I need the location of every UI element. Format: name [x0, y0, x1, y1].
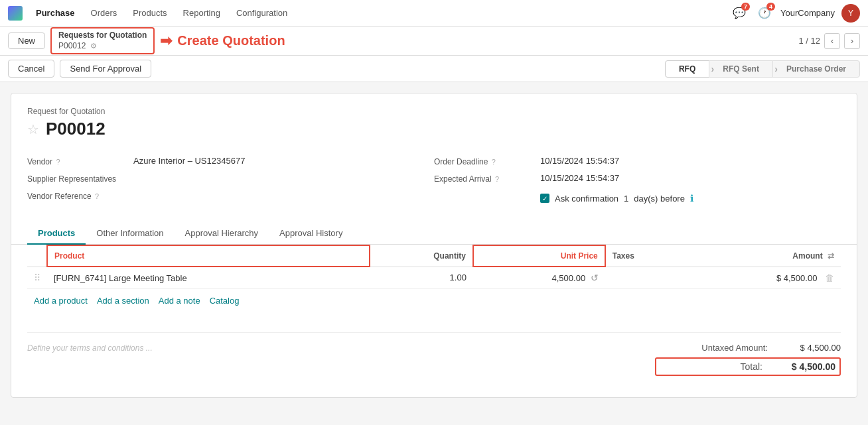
- form-title-row: ☆ P00012: [27, 119, 841, 139]
- breadcrumb-title[interactable]: Requests for Quotation: [58, 30, 147, 41]
- untaxed-label: Untaxed Amount:: [701, 343, 768, 353]
- gear-icon[interactable]: ⚙: [90, 42, 97, 50]
- app-logo: [8, 6, 23, 21]
- status-rfq-sent[interactable]: RFQ Sent ›: [709, 60, 773, 78]
- order-deadline-help-icon[interactable]: ?: [492, 158, 496, 166]
- prev-record-btn[interactable]: ‹: [824, 33, 840, 49]
- clock-btn[interactable]: 🕐 4: [755, 4, 774, 23]
- breadcrumb-box: Requests for Quotation P00012 ⚙: [50, 27, 155, 54]
- tab-products[interactable]: Products: [27, 223, 86, 245]
- arrow-icon: ➡: [160, 32, 172, 50]
- user-avatar[interactable]: Y: [841, 4, 860, 23]
- vendor-help-icon[interactable]: ?: [56, 158, 60, 166]
- row-quantity[interactable]: 1.00: [370, 267, 473, 289]
- total-label: Total:: [741, 361, 762, 372]
- th-amount: Amount ⇄: [684, 245, 841, 267]
- confirmation-row: ✓ Ask confirmation 1 day(s) before ℹ: [540, 190, 693, 206]
- next-record-btn[interactable]: ›: [844, 33, 860, 49]
- table-header-row: Product Quantity Unit Price Taxes Amount…: [27, 245, 841, 267]
- th-product: Product: [47, 245, 370, 267]
- status-purchase-order[interactable]: Purchase Order: [772, 60, 860, 78]
- form-card: Request for Quotation ☆ P00012 Vendor ? …: [11, 93, 857, 398]
- days-before-label: day(s) before: [634, 194, 685, 204]
- tab-approval-hierarchy[interactable]: Approval Hierarchy: [175, 223, 269, 245]
- notifications-btn[interactable]: 💬 7: [730, 4, 749, 23]
- row-amount: $ 4,500.00 🗑: [684, 267, 841, 289]
- table-row: ⠿ [FURN_6741] Large Meeting Table 1.00 4…: [27, 267, 841, 289]
- ask-confirmation-spacer: [434, 190, 540, 192]
- top-nav: Purchase Orders Products Reporting Confi…: [0, 0, 868, 27]
- expected-arrival-label: Expected Arrival ?: [434, 173, 540, 184]
- vendor-ref-help-icon[interactable]: ?: [95, 192, 99, 200]
- vendor-value[interactable]: Azure Interior – US12345677: [133, 156, 434, 166]
- new-button[interactable]: New: [8, 32, 45, 49]
- th-taxes: Taxes: [605, 245, 684, 267]
- delete-row-icon[interactable]: 🗑: [825, 273, 834, 283]
- breadcrumb-bar: New Requests for Quotation P00012 ⚙ ➡ Cr…: [0, 27, 868, 56]
- nav-products[interactable]: Products: [126, 5, 173, 21]
- drag-handle-icon[interactable]: ⠿: [34, 273, 40, 283]
- order-deadline-value[interactable]: 10/15/2024 15:54:37: [540, 156, 841, 166]
- company-name[interactable]: YourCompany: [780, 8, 835, 18]
- supplier-rep-label: Supplier Representatives: [27, 173, 133, 184]
- status-rfq[interactable]: RFQ ›: [665, 60, 709, 78]
- breadcrumb-right: 1 / 12 ‹ ›: [798, 33, 860, 49]
- supplier-rep-row: Supplier Representatives: [27, 170, 434, 187]
- totals-area: Untaxed Amount: $ 4,500.00 Total: $ 4,50…: [655, 333, 841, 384]
- order-deadline-label: Order Deadline ?: [434, 156, 540, 166]
- form-id: P00012: [46, 119, 106, 139]
- expected-arrival-help-icon[interactable]: ?: [495, 175, 499, 183]
- favorite-star-icon[interactable]: ☆: [27, 121, 39, 137]
- row-drag-handle[interactable]: ⠿: [27, 267, 47, 289]
- total-value: $ 4,500.00: [776, 361, 835, 372]
- main-content: Request for Quotation ☆ P00012 Vendor ? …: [0, 82, 868, 408]
- expected-arrival-value[interactable]: 10/15/2024 15:54:37: [540, 173, 841, 183]
- status-arrow-2: ›: [774, 64, 778, 74]
- add-product-link[interactable]: Add a product: [34, 296, 88, 306]
- nav-right: 💬 7 🕐 4 YourCompany Y: [730, 4, 860, 23]
- columns-settings-icon[interactable]: ⇄: [828, 251, 834, 261]
- send-for-approval-button[interactable]: Send For Approval: [60, 60, 151, 78]
- catalog-link[interactable]: Catalog: [210, 296, 240, 306]
- nav-purchase[interactable]: Purchase: [29, 5, 82, 21]
- total-row: Total: $ 4,500.00: [655, 357, 841, 376]
- tab-approval-history[interactable]: Approval History: [269, 223, 353, 245]
- cancel-button[interactable]: Cancel: [8, 60, 54, 78]
- th-drag: [27, 245, 47, 267]
- status-bar: RFQ › RFQ Sent › Purchase Order: [665, 60, 860, 78]
- add-section-link[interactable]: Add a section: [97, 296, 149, 306]
- row-unit-price[interactable]: 4,500.00 ↺: [473, 267, 605, 289]
- untaxed-row: Untaxed Amount: $ 4,500.00: [655, 341, 841, 355]
- terms-area[interactable]: Define your terms and conditions ...: [27, 333, 655, 384]
- right-fields: Order Deadline ? 10/15/2024 15:54:37 Exp…: [434, 152, 841, 210]
- row-product[interactable]: [FURN_6741] Large Meeting Table: [47, 267, 370, 289]
- ask-confirmation-row: ✓ Ask confirmation 1 day(s) before ℹ: [434, 187, 841, 210]
- ask-confirmation-days[interactable]: 1: [624, 194, 628, 204]
- vendor-label: Vendor ?: [27, 156, 133, 166]
- add-row-links: Add a product Add a section Add a note C…: [27, 289, 841, 312]
- ask-confirmation-label: Ask confirmation: [555, 194, 618, 204]
- footer-section: Define your terms and conditions ... Unt…: [27, 333, 841, 384]
- nav-reporting[interactable]: Reporting: [177, 5, 227, 21]
- vendor-ref-row: Vendor Reference ?: [27, 187, 434, 204]
- status-arrow-1: ›: [711, 64, 715, 74]
- create-quotation-label: Create Quotation: [177, 33, 285, 48]
- reset-price-icon[interactable]: ↺: [591, 273, 599, 283]
- info-icon[interactable]: ℹ: [690, 193, 693, 204]
- th-quantity: Quantity: [370, 245, 473, 267]
- form-subtitle: Request for Quotation: [27, 107, 841, 116]
- spacer: [27, 312, 841, 332]
- expected-arrival-row: Expected Arrival ? 10/15/2024 15:54:37: [434, 170, 841, 187]
- pagination-text: 1 / 12: [798, 36, 820, 46]
- untaxed-value: $ 4,500.00: [781, 343, 841, 353]
- nav-orders[interactable]: Orders: [84, 5, 124, 21]
- add-note-link[interactable]: Add a note: [159, 296, 200, 306]
- ask-confirmation-checkbox[interactable]: ✓: [540, 194, 549, 203]
- nav-configuration[interactable]: Configuration: [230, 5, 294, 21]
- products-table: Product Quantity Unit Price Taxes Amount…: [27, 245, 841, 289]
- clock-badge: 4: [766, 3, 775, 11]
- th-unit-price: Unit Price: [473, 245, 605, 267]
- notifications-badge: 7: [741, 3, 750, 11]
- tab-other-information[interactable]: Other Information: [86, 223, 174, 245]
- row-taxes[interactable]: [605, 267, 684, 289]
